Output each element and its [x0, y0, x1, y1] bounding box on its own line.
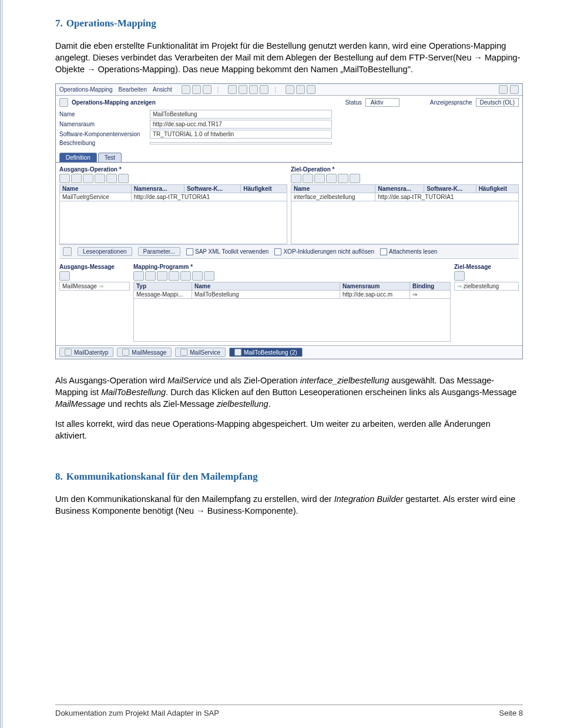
msg-btn[interactable] [59, 271, 70, 281]
close-icon[interactable] [510, 85, 519, 94]
tbl-btn[interactable] [95, 174, 105, 183]
ziel-msg-title: Ziel-Message [454, 264, 519, 270]
field-desc-value[interactable] [150, 142, 332, 144]
tbl-btn[interactable] [192, 271, 203, 281]
tbl-btn[interactable] [291, 174, 301, 183]
status-tab[interactable]: MailMessage [117, 348, 172, 357]
status-label: Status [345, 99, 361, 106]
section-8-p1: Um den Kommunikationskanal für den Maile… [55, 493, 523, 517]
section-7-p2: Als Ausgangs-Operation wird MailService … [55, 375, 523, 410]
field-swc-label: Software-Komponentenversion [59, 131, 146, 137]
lang-value[interactable]: Deutsch (OL) [476, 98, 519, 107]
status-tab[interactable]: MailDatentyp [59, 348, 113, 357]
toolbar-icon[interactable] [296, 85, 305, 94]
display-title: Operations-Mapping anzeigen [72, 99, 156, 106]
tbl-btn[interactable] [145, 271, 156, 281]
status-tab[interactable]: MailService [175, 348, 226, 357]
msg-btn[interactable] [454, 271, 465, 281]
toolbar-icon[interactable] [203, 85, 212, 94]
statusbar: MailDatentyp MailMessage MailService Mai… [56, 345, 522, 359]
ziel-table: NameNamensra...Software-K...Häufigkeit i… [291, 184, 519, 244]
status-value: Aktiv [365, 98, 400, 107]
cb-attach[interactable]: Attachments lesen [380, 248, 437, 255]
tbl-btn[interactable] [350, 174, 360, 183]
tbl-btn[interactable] [314, 174, 325, 183]
toolbar-icon[interactable] [192, 85, 201, 94]
footer-left: Dokumentation zum Projekt Mail Adapter i… [55, 709, 219, 717]
cb-sapxml[interactable]: SAP XML Toolkit verwenden [186, 248, 268, 255]
field-ns-label: Namensraum [59, 121, 146, 127]
section-7-title: 7.Operations-Mapping [55, 18, 523, 29]
table-row[interactable]: interface_zielbestellung [291, 193, 375, 201]
field-name-label: Name [59, 111, 146, 117]
menu-edit[interactable]: Bearbeiten [119, 86, 147, 93]
ausgangs-msg-value[interactable]: MailMessage ⇒ [59, 282, 130, 291]
tbl-btn[interactable] [71, 174, 82, 183]
section-8-title: 8.Kommunikationskanal für den Mailempfan… [55, 471, 523, 483]
left-panel-title: Ausgangs-Operation * [59, 166, 287, 173]
mapping-prog-title: Mapping-Programm * [133, 264, 451, 270]
table-row[interactable]: MailTuelrgService [60, 193, 132, 201]
tbl-btn[interactable] [106, 174, 117, 183]
sap-app-window: Operations-Mapping Bearbeiten Ansicht | … [55, 83, 523, 359]
tbl-btn[interactable] [157, 271, 167, 281]
tbl-btn[interactable] [118, 174, 129, 183]
toolbar-icon[interactable] [249, 85, 258, 94]
status-tab-active[interactable]: MailToBestellung (2) [229, 348, 303, 357]
ausgangs-table: NameNamensra...Software-K...Häufigkeit M… [59, 184, 287, 244]
ziel-msg-value[interactable]: ⇒ zielbestellung [454, 282, 519, 291]
tbl-btn[interactable] [169, 271, 179, 281]
field-swc-value: TR_TUTORIAL 1.0 of htwberlin [150, 130, 332, 139]
field-desc-label: Beschreibung [59, 140, 146, 146]
tbl-btn[interactable] [180, 271, 191, 281]
ausgangs-msg-title: Ausgangs-Message [59, 264, 130, 270]
toolbar-icon[interactable] [260, 85, 268, 94]
mapping-table: TypNameNamensraumBinding Message-Mappi..… [133, 282, 451, 342]
cb-xop[interactable]: XOP-Inkludierungen nicht auflösen [274, 248, 374, 255]
menu-view[interactable]: Ansicht [153, 86, 172, 93]
tbl-btn[interactable] [133, 271, 144, 281]
tbl-btn[interactable] [303, 174, 313, 183]
tab-test[interactable]: Test [98, 153, 122, 162]
section-7-p1: Damit die eben erstellte Funktionalität … [55, 40, 523, 75]
toolbar-icon[interactable] [239, 85, 247, 94]
field-name-value: MailToBestellung [150, 110, 332, 119]
right-panel-title: Ziel-Operation * [291, 166, 519, 173]
table-row[interactable]: Message-Mappi... [134, 291, 192, 299]
toolbar-icon[interactable] [228, 85, 237, 94]
field-ns-value: http://de.sap-ucc.md.TR17 [150, 120, 332, 129]
parameters-button[interactable]: Parameter... [138, 247, 180, 256]
footer-right: Seite 8 [499, 709, 523, 717]
tbl-btn[interactable] [326, 174, 337, 183]
toolbar-icon[interactable] [286, 85, 294, 94]
tab-definition[interactable]: Definition [59, 153, 97, 162]
menu-opmapping[interactable]: Operations-Mapping [59, 86, 113, 93]
tbl-btn[interactable] [204, 271, 214, 281]
tbl-btn[interactable] [59, 174, 70, 183]
menubar: Operations-Mapping Bearbeiten Ansicht | … [56, 84, 522, 96]
tbl-btn[interactable] [338, 174, 348, 183]
section-7-p3: Ist alles korrekt, wird das neue Operati… [55, 418, 523, 441]
refresh-icon[interactable] [63, 247, 72, 256]
star-icon[interactable] [499, 85, 508, 94]
toolbar-icon[interactable] [182, 85, 190, 94]
tbl-btn[interactable] [83, 174, 93, 183]
lock-icon [59, 98, 68, 107]
read-operations-button[interactable]: Leseoperationen [78, 247, 132, 256]
toolbar-icon[interactable] [307, 85, 315, 94]
lang-label: Anzeigesprache [430, 99, 472, 106]
page-footer: Dokumentation zum Projekt Mail Adapter i… [55, 705, 523, 717]
